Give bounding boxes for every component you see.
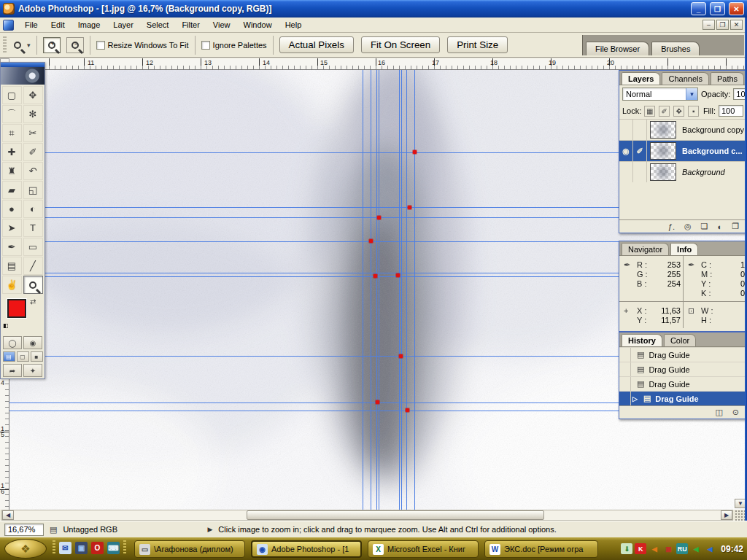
taskbar-button[interactable]: WЭКС.doc [Режим огра bbox=[484, 540, 598, 558]
document-minimize-button[interactable]: – bbox=[703, 20, 715, 30]
options-bar-grip[interactable] bbox=[3, 36, 7, 54]
sample-point[interactable] bbox=[396, 273, 400, 277]
start-button[interactable]: ❖ bbox=[4, 539, 47, 559]
foreground-color-swatch[interactable] bbox=[7, 299, 26, 318]
imageready-app-icon[interactable]: ✦ bbox=[23, 364, 42, 377]
print-size-button[interactable]: Print Size bbox=[447, 36, 508, 53]
layer-thumbnail[interactable] bbox=[650, 163, 676, 181]
vertical-guide[interactable] bbox=[371, 70, 371, 510]
standard-screen-mode-button[interactable]: ▤ bbox=[3, 351, 15, 362]
new-document-from-state-icon[interactable]: ◫ bbox=[715, 408, 722, 417]
zoom-tool[interactable] bbox=[23, 276, 43, 294]
visibility-toggle[interactable] bbox=[619, 120, 633, 140]
sample-point[interactable] bbox=[374, 274, 377, 278]
display-icon[interactable]: ▣ bbox=[75, 542, 88, 554]
status-arrow-icon[interactable]: ▶ bbox=[207, 526, 212, 533]
sample-point[interactable] bbox=[413, 150, 417, 154]
volume-icon[interactable]: ◀ bbox=[690, 543, 702, 554]
snapshot-cell[interactable] bbox=[619, 392, 631, 405]
history-state[interactable]: ▤Drag Guide bbox=[619, 362, 746, 376]
zoom-level-input[interactable]: 16,67% bbox=[4, 524, 44, 536]
scroll-right-button[interactable]: ▶ bbox=[721, 510, 732, 520]
magic-wand-tool[interactable]: ✻ bbox=[23, 105, 43, 123]
vertical-guide[interactable] bbox=[399, 70, 400, 510]
slice-tool[interactable]: ✂ bbox=[23, 124, 43, 142]
default-colors-icon[interactable]: ◧ bbox=[3, 322, 9, 329]
new-snapshot-icon[interactable]: ⊙ bbox=[732, 408, 739, 417]
visibility-toggle[interactable]: ◉ bbox=[619, 141, 633, 161]
history-state[interactable]: ▤Drag Guide bbox=[619, 376, 746, 391]
title-bar[interactable]: Adobe Photoshop - [1.jpg @ 16,7% (Backgr… bbox=[0, 0, 747, 18]
lock-transparency-icon[interactable]: ▦ bbox=[644, 106, 655, 117]
menu-window[interactable]: Window bbox=[237, 19, 279, 31]
layer-style-icon[interactable]: ƒ. bbox=[668, 222, 675, 231]
menu-view[interactable]: View bbox=[206, 19, 237, 31]
menu-layer[interactable]: Layer bbox=[107, 19, 140, 31]
actual-pixels-button[interactable]: Actual Pixels bbox=[279, 36, 354, 53]
flashget-icon[interactable]: ⇓ bbox=[621, 543, 632, 554]
layer-name[interactable]: Background bbox=[679, 168, 725, 176]
history-state[interactable]: ▤Drag Guide bbox=[619, 347, 746, 362]
rectangular-marquee-tool[interactable]: ▢ bbox=[2, 86, 22, 104]
opera-icon[interactable]: O bbox=[91, 542, 104, 554]
layer-thumbnail[interactable] bbox=[650, 142, 676, 160]
menu-filter[interactable]: Filter bbox=[175, 19, 206, 31]
menu-file[interactable]: File bbox=[18, 19, 44, 31]
lock-all-icon[interactable]: ▪ bbox=[688, 106, 699, 117]
layer-name[interactable]: Background copy 2 bbox=[679, 125, 747, 134]
fit-on-screen-button[interactable]: Fit On Screen bbox=[361, 36, 440, 53]
healing-brush-tool[interactable]: ✚ bbox=[2, 143, 22, 161]
window-resize-grip[interactable] bbox=[735, 510, 746, 521]
blur-tool[interactable]: ● bbox=[2, 200, 22, 218]
kaspersky-icon[interactable]: K bbox=[635, 543, 646, 554]
brush-tool[interactable]: ✐ bbox=[23, 143, 43, 161]
tab-color[interactable]: Color bbox=[664, 334, 696, 346]
history-brush-tool[interactable]: ↶ bbox=[23, 162, 43, 180]
blend-mode-select[interactable]: Normal ▾ bbox=[622, 88, 698, 101]
layer-set-icon[interactable]: ❏ bbox=[701, 222, 708, 231]
move-tool[interactable]: ✥ bbox=[23, 86, 43, 104]
fill-input[interactable]: 100 bbox=[719, 105, 743, 117]
keyboard-icon[interactable]: ⌨ bbox=[107, 542, 120, 554]
layer-mask-icon[interactable]: ◎ bbox=[684, 222, 692, 231]
vertical-guide[interactable] bbox=[406, 70, 407, 510]
quicklaunch-grip[interactable] bbox=[123, 540, 126, 555]
vertical-guide[interactable] bbox=[363, 70, 363, 510]
adjustment-layer-icon[interactable]: ◐ bbox=[717, 222, 722, 231]
checkbox-icon[interactable] bbox=[201, 41, 210, 50]
sample-point[interactable] bbox=[399, 354, 403, 358]
dropdown-icon[interactable]: ▾ bbox=[686, 88, 697, 100]
pen-tool[interactable]: ✒ bbox=[2, 238, 22, 256]
tab-navigator[interactable]: Navigator bbox=[622, 243, 669, 255]
horizontal-scrollbar-thumb[interactable] bbox=[247, 510, 544, 520]
standard-mode-button[interactable]: ◯ bbox=[3, 336, 22, 349]
network-icon[interactable]: ▣ bbox=[662, 543, 674, 554]
sample-point[interactable] bbox=[408, 206, 411, 209]
outlook-express-icon[interactable]: ✉ bbox=[59, 542, 71, 554]
fullscreen-mode-button[interactable]: ■ bbox=[31, 351, 43, 362]
layer-row[interactable]: ◉✐Background c... bbox=[619, 140, 746, 161]
swap-colors-icon[interactable]: ⇄ bbox=[30, 298, 36, 306]
ignore-palettes-checkbox[interactable]: Ignore Palettes bbox=[201, 41, 267, 50]
checkbox-icon[interactable] bbox=[96, 41, 105, 50]
tool-preset-dropdown-icon[interactable]: ▾ bbox=[27, 42, 31, 49]
lock-position-icon[interactable]: ✥ bbox=[673, 106, 684, 117]
mute-icon[interactable]: ◀ bbox=[704, 543, 716, 554]
document-close-button[interactable]: ✕ bbox=[730, 20, 743, 30]
layer-name[interactable]: Background c... bbox=[679, 147, 743, 155]
snapshot-cell[interactable] bbox=[619, 377, 631, 391]
vertical-guide[interactable] bbox=[379, 70, 379, 510]
file-browser-tab[interactable]: File Browser bbox=[586, 42, 649, 55]
menu-help[interactable]: Help bbox=[279, 19, 309, 31]
sample-point[interactable] bbox=[376, 400, 379, 404]
dodge-tool[interactable]: ◐ bbox=[23, 200, 43, 218]
tab-info[interactable]: Info bbox=[670, 243, 698, 255]
imageready-jump-icon[interactable]: ➦ bbox=[3, 364, 22, 377]
history-state[interactable]: ▷▤Drag Guide bbox=[619, 391, 746, 405]
resize-windows-checkbox[interactable]: Resize Windows To Fit bbox=[96, 41, 189, 50]
brushes-tab[interactable]: Brushes bbox=[651, 42, 700, 55]
clone-stamp-tool[interactable]: ♜ bbox=[2, 162, 22, 180]
close-button[interactable]: ✕ bbox=[729, 2, 744, 15]
zoom-in-mode-button[interactable]: + bbox=[43, 37, 61, 53]
quick-mask-mode-button[interactable]: ◉ bbox=[23, 336, 42, 349]
